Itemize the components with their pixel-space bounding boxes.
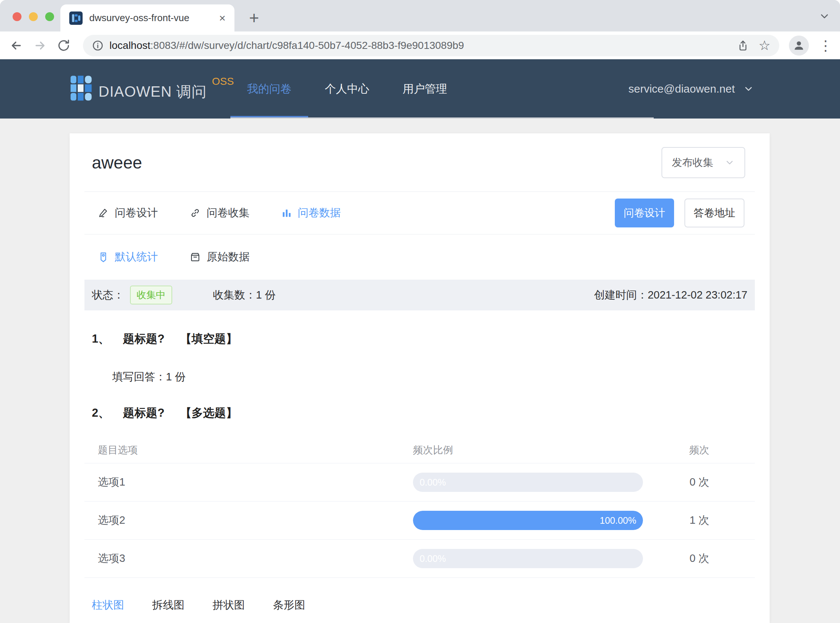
link-icon [190, 207, 201, 218]
status-badge: 收集中 [130, 285, 172, 304]
url-path: :8083/#/dw/survey/d/chart/c98fa140-50b7-… [150, 40, 464, 51]
frequency-table-header: 题目选项 频次比例 频次 [84, 437, 755, 463]
chart-tab-pie[interactable]: 拼状图 [213, 598, 245, 612]
chart-type-tabs: 柱状图 拆线图 拼状图 条形图 [84, 598, 755, 623]
frequency-bar: 0.00% [413, 473, 643, 492]
bar-chart-icon [282, 208, 292, 218]
created-time-label: 创建时间： [594, 288, 648, 302]
question-1-answer-count: 填写回答：1 份 [112, 370, 755, 384]
option-label: 选项2 [84, 513, 413, 528]
frequency-count: 0 次 [643, 475, 755, 490]
app-header: DIAOWEN 调问 OSS 我的问卷 个人中心 用户管理 service@di… [0, 59, 840, 118]
tab-label: 问卷设计 [115, 206, 158, 220]
close-window-button[interactable] [12, 12, 21, 21]
pencil-icon [98, 207, 109, 218]
browser-profile-avatar[interactable] [789, 35, 809, 55]
forward-button[interactable] [30, 35, 51, 56]
nav-item-my-surveys[interactable]: 我的问卷 [230, 59, 308, 118]
collect-count-value: 1 份 [256, 288, 276, 302]
survey-title-row: aweee 发布收集 [84, 134, 755, 192]
new-tab-button[interactable]: + [244, 8, 264, 28]
app-nav: 我的问卷 个人中心 用户管理 [230, 59, 464, 118]
account-menu[interactable]: service@diaowen.net [628, 59, 754, 118]
question-1-title: 题标题? [123, 331, 164, 347]
frequency-bar: 0.00% [413, 549, 643, 568]
frequency-bar-percent: 100.00% [599, 511, 636, 530]
option-label: 选项1 [84, 475, 413, 490]
browser-window: dwsurvey-oss-front-vue × + localhost:808… [0, 0, 840, 623]
subtab-default-stats[interactable]: 默认统计 [98, 250, 158, 264]
address-bar[interactable]: localhost:8083/#/dw/survey/d/chart/c98fa… [83, 35, 780, 56]
frequency-count: 1 次 [643, 513, 755, 528]
question-1-number: 1、 [92, 331, 110, 347]
survey-tabs-row: 问卷设计 问卷收集 问卷数据 问卷设计 答卷地址 [84, 192, 755, 235]
header-ratio: 频次比例 [413, 443, 643, 457]
frequency-bar: 100.00% [413, 511, 643, 530]
account-chevron-down-icon [743, 83, 754, 94]
tab-label: 问卷数据 [298, 206, 341, 220]
tab-label: 问卷收集 [207, 206, 250, 220]
question-2-title: 题标题? [123, 405, 164, 421]
answer-url-button[interactable]: 答卷地址 [684, 198, 745, 227]
frequency-count: 0 次 [643, 551, 755, 566]
account-email: service@diaowen.net [628, 83, 735, 95]
question-2-heading: 2、 题标题? 【多选题】 [92, 405, 755, 421]
table-row: 选项1 0.00% 0 次 [84, 463, 755, 501]
main-content: aweee 发布收集 问卷设计 问卷收集 [0, 118, 840, 623]
window-controls [12, 12, 54, 21]
table-row: 选项3 0.00% 0 次 [84, 539, 755, 578]
question-1-type: 【填空题】 [180, 331, 238, 347]
minimize-window-button[interactable] [29, 12, 38, 21]
nav-item-user-management[interactable]: 用户管理 [386, 59, 464, 118]
site-info-icon[interactable] [92, 40, 104, 52]
archive-box-icon [190, 252, 201, 262]
tab-survey-data[interactable]: 问卷数据 [282, 206, 341, 220]
collect-count-label: 收集数： [213, 288, 256, 302]
tab-survey-collect[interactable]: 问卷收集 [190, 206, 250, 220]
zoom-window-button[interactable] [45, 12, 54, 21]
url-text: localhost:8083/#/dw/survey/d/chart/c98fa… [110, 40, 727, 52]
tab-close-icon[interactable]: × [219, 12, 225, 24]
header-option: 题目选项 [84, 443, 413, 457]
question-2-type: 【多选题】 [180, 405, 238, 421]
tab-title: dwsurvey-oss-front-vue [89, 12, 215, 24]
question-1-heading: 1、 题标题? 【填空题】 [92, 331, 755, 347]
survey-design-button[interactable]: 问卷设计 [615, 198, 674, 227]
subtab-raw-data[interactable]: 原始数据 [190, 250, 250, 264]
share-icon[interactable] [737, 40, 749, 52]
favicon-icon [69, 11, 83, 25]
header-count: 频次 [643, 443, 755, 457]
chart-tab-column[interactable]: 柱状图 [92, 598, 124, 612]
diaowen-logo-icon [70, 73, 93, 103]
browser-tab[interactable]: dwsurvey-oss-front-vue × [60, 5, 235, 31]
stats-subtabs: 默认统计 原始数据 [84, 235, 755, 280]
chart-tab-bar[interactable]: 条形图 [273, 598, 305, 612]
status-label: 状态： [92, 288, 124, 302]
reload-button[interactable] [53, 35, 74, 56]
status-bar: 状态： 收集中 收集数： 1 份 创建时间： 2021-12-02 23:02:… [84, 280, 755, 310]
publish-select[interactable]: 发布收集 [662, 147, 745, 178]
tab-survey-design[interactable]: 问卷设计 [98, 206, 158, 220]
publish-chevron-down-icon [725, 157, 735, 168]
bookmark-star-icon[interactable]: ☆ [759, 39, 770, 52]
chart-tab-line[interactable]: 拆线图 [152, 598, 184, 612]
url-host: localhost [110, 40, 151, 51]
frequency-table: 题目选项 频次比例 频次 选项1 0.00% 0 次 选项2 [84, 437, 755, 578]
browser-menu-icon[interactable]: ⋮ [819, 38, 832, 52]
tab-search-chevron-icon[interactable] [819, 11, 830, 22]
nav-item-personal-center[interactable]: 个人中心 [308, 59, 386, 118]
browser-toolbar: localhost:8083/#/dw/survey/d/chart/c98fa… [0, 31, 840, 59]
frequency-bar-percent: 0.00% [420, 473, 446, 492]
question-2-number: 2、 [92, 405, 110, 421]
back-button[interactable] [6, 35, 27, 56]
option-label: 选项3 [84, 551, 413, 566]
created-time-value: 2021-12-02 23:02:17 [648, 289, 747, 301]
browser-tab-strip: dwsurvey-oss-front-vue × + [0, 0, 840, 31]
survey-title: aweee [92, 153, 142, 173]
subtab-label: 默认统计 [115, 250, 158, 264]
brand[interactable]: DIAOWEN 调问 OSS [70, 73, 234, 103]
table-row: 选项2 100.00% 1 次 [84, 501, 755, 539]
survey-actions: 问卷设计 答卷地址 [615, 198, 745, 227]
tag-icon [98, 252, 109, 262]
brand-name: DIAOWEN 调问 [98, 81, 207, 102]
